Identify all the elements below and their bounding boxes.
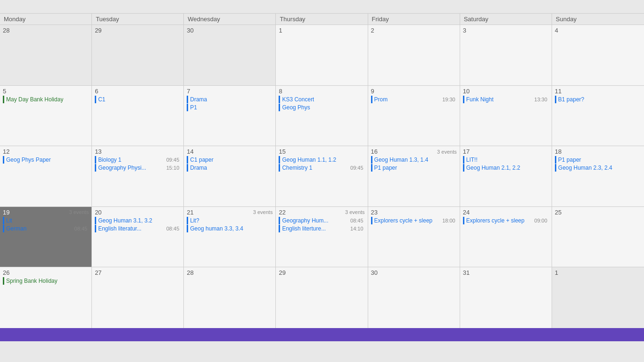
calendar-event[interactable]: German08:45 [3, 225, 89, 232]
calendar-cell-1-4[interactable]: 9Prom19:30 [368, 86, 460, 146]
calendar-cell-4-2[interactable]: 28 [184, 267, 276, 328]
calendar-event[interactable]: Spring Bank Holiday [3, 277, 89, 285]
calendar-cell-3-3[interactable]: 223 eventsGeography Hum...08:45English l… [276, 207, 368, 267]
event-time: 09:45 [166, 157, 180, 163]
calendar-cell-4-6[interactable]: 1 [552, 267, 644, 328]
calendar-cell-3-1[interactable]: 20Geog Human 3.1, 3.2English literatur..… [92, 207, 184, 267]
calendar-cell-2-5[interactable]: 17LIT!!Geog Human 2.1, 2.2 [460, 146, 552, 206]
event-name: Spring Bank Holiday [6, 278, 58, 284]
calendar-event[interactable]: Geography Physi...15:10 [95, 164, 181, 172]
event-count-badge[interactable]: 3 events [69, 209, 89, 215]
calendar-event[interactable]: Explorers cycle + sleep09:00 [463, 217, 549, 224]
event-time: 08:45 [350, 218, 363, 223]
event-time: 08:45 [74, 226, 88, 231]
calendar-event[interactable]: P1 paper [371, 164, 457, 172]
calendar-cell-0-2[interactable]: 30 [184, 25, 276, 85]
calendar-cell-2-2[interactable]: 14C1 paperDrama [184, 146, 276, 206]
calendar-cell-0-0[interactable]: 28 [0, 25, 92, 85]
event-name: Funk Night [466, 96, 494, 103]
calendar-cell-2-1[interactable]: 13Biology 109:45Geography Physi...15:10 [92, 146, 184, 206]
event-name: Lit [6, 217, 12, 224]
event-count-badge[interactable]: 3 events [437, 149, 457, 155]
calendar-event[interactable]: Geog Human 1.1, 1.2 [279, 156, 364, 164]
calendar-event[interactable]: English literatur...08:45 [95, 225, 181, 232]
event-name: C1 [98, 96, 105, 103]
calendar-week-2: 12Geog Phys Paper13Biology 109:45Geograp… [0, 146, 644, 207]
cell-date-label: 3 [463, 27, 549, 34]
calendar-cell-2-4[interactable]: 163 eventsGeog Human 1.3, 1.4P1 paper [368, 146, 460, 206]
day-header-thursday: Thursday [276, 14, 368, 25]
calendar-cell-3-4[interactable]: 23Explorers cycle + sleep18:00 [368, 207, 460, 267]
calendar-cell-0-1[interactable]: 29 [92, 25, 184, 85]
calendar-cell-2-3[interactable]: 15Geog Human 1.1, 1.2Chemistry 109:45 [276, 146, 368, 206]
calendar-cell-4-1[interactable]: 27 [92, 267, 184, 328]
event-count-badge[interactable]: 3 events [253, 209, 273, 215]
calendar-event[interactable]: P1 paper [555, 156, 641, 164]
calendar-event[interactable]: Geog Phys Paper [3, 156, 89, 164]
calendar-cell-2-0[interactable]: 12Geog Phys Paper [0, 146, 92, 206]
calendar-event[interactable]: LIT!! [463, 156, 549, 164]
event-time: 09:00 [534, 218, 547, 223]
cell-date-label: 193 events [3, 209, 89, 216]
event-time: 14:10 [350, 226, 363, 231]
calendar-cell-3-2[interactable]: 213 eventsLit?Geog human 3.3, 3.4 [184, 207, 276, 267]
calendar-event[interactable]: Prom19:30 [371, 96, 457, 103]
calendar-event[interactable]: KS3 Concert [279, 96, 364, 103]
calendar-event[interactable]: Funk Night13:30 [463, 96, 549, 103]
calendar-event[interactable]: Chemistry 109:45 [279, 164, 364, 172]
event-name: English literatur... [98, 225, 141, 232]
calendar-event[interactable]: Geography Hum...08:45 [279, 217, 364, 224]
calendar-cell-0-5[interactable]: 3 [460, 25, 552, 85]
event-name: B1 paper? [558, 96, 584, 103]
calendar-cell-3-0[interactable]: 193 eventsLitGerman08:45 [0, 207, 92, 267]
calendar-event[interactable]: Geog Phys [279, 104, 364, 111]
calendar-event[interactable]: Biology 109:45 [95, 156, 181, 164]
cell-date-label: 17 [463, 148, 549, 155]
calendar-cell-3-5[interactable]: 24Explorers cycle + sleep09:00 [460, 207, 552, 267]
calendar-cell-0-4[interactable]: 2 [368, 25, 460, 85]
calendar-cell-1-6[interactable]: 11B1 paper? [552, 86, 644, 146]
calendar-week-3: 193 eventsLitGerman08:4520Geog Human 3.1… [0, 207, 644, 268]
calendar-event[interactable]: Geog Human 2.3, 2.4 [555, 164, 641, 172]
calendar-cell-1-2[interactable]: 7DramaP1 [184, 86, 276, 146]
event-name: LIT!! [466, 156, 478, 163]
calendar-event[interactable]: English literture...14:10 [279, 225, 364, 232]
calendar-cell-1-1[interactable]: 6C1 [92, 86, 184, 146]
cell-date-label: 29 [95, 27, 181, 34]
calendar-event[interactable]: C1 [95, 96, 181, 103]
calendar-event[interactable]: Lit [3, 217, 89, 224]
calendar-event[interactable]: Drama [187, 164, 272, 172]
calendar-event[interactable]: Geog human 3.3, 3.4 [187, 225, 272, 232]
calendar-event[interactable]: P1 [187, 104, 272, 111]
cell-date-label: 223 events [279, 209, 364, 216]
event-name: Drama [190, 165, 207, 171]
calendar-event[interactable]: B1 paper? [555, 96, 641, 103]
bottom-bar [0, 328, 644, 341]
event-count-badge[interactable]: 3 events [345, 209, 365, 215]
calendar-event[interactable]: Explorers cycle + sleep18:00 [371, 217, 457, 224]
calendar-event[interactable]: Lit? [187, 217, 272, 224]
event-name: May Day Bank Holiday [6, 96, 63, 103]
calendar-cell-4-5[interactable]: 31 [460, 267, 552, 328]
calendar-cell-4-3[interactable]: 29 [276, 267, 368, 328]
event-name: Geog Human 3.1, 3.2 [98, 217, 152, 224]
calendar-cell-2-6[interactable]: 18P1 paperGeog Human 2.3, 2.4 [552, 146, 644, 206]
calendar-cell-1-5[interactable]: 10Funk Night13:30 [460, 86, 552, 146]
day-header-tuesday: Tuesday [92, 14, 184, 25]
cell-date-label: 13 [95, 148, 181, 155]
calendar-event[interactable]: May Day Bank Holiday [3, 96, 89, 103]
calendar-cell-0-6[interactable]: 4 [552, 25, 644, 85]
calendar-event[interactable]: C1 paper [187, 156, 272, 164]
cell-date-label: 28 [187, 269, 272, 276]
calendar-event[interactable]: Drama [187, 96, 272, 103]
calendar-event[interactable]: Geog Human 3.1, 3.2 [95, 217, 181, 224]
calendar-cell-4-0[interactable]: 26Spring Bank Holiday [0, 267, 92, 328]
calendar-week-0: 2829301234 [0, 25, 644, 86]
calendar-event[interactable]: Geog Human 2.1, 2.2 [463, 164, 549, 172]
calendar-cell-1-3[interactable]: 8KS3 ConcertGeog Phys [276, 86, 368, 146]
calendar-cell-3-6[interactable]: 25 [552, 207, 644, 267]
calendar-cell-1-0[interactable]: 5May Day Bank Holiday [0, 86, 92, 146]
calendar-cell-4-4[interactable]: 30 [368, 267, 460, 328]
calendar-cell-0-3[interactable]: 1 [276, 25, 368, 85]
calendar-event[interactable]: Geog Human 1.3, 1.4 [371, 156, 457, 164]
